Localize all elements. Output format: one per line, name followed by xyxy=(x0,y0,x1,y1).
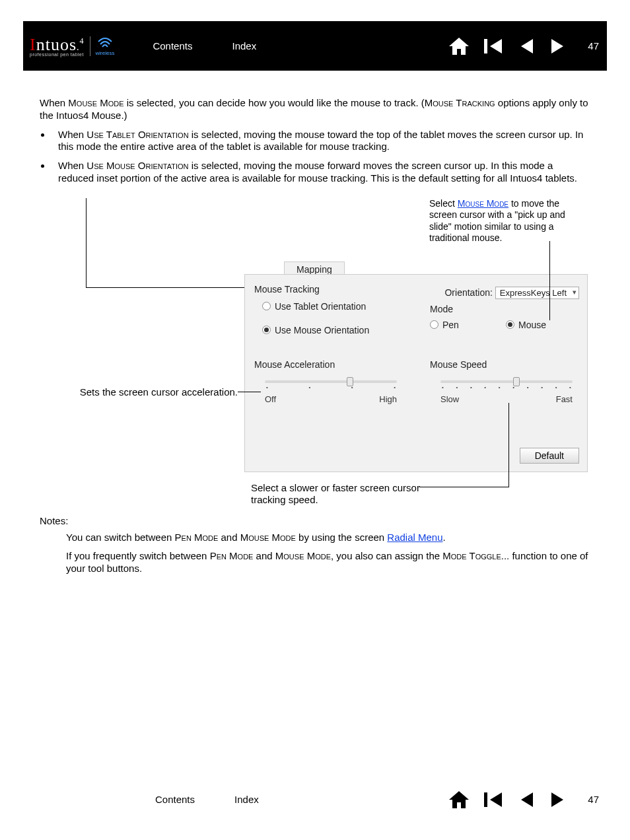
radio-pen-mode[interactable]: Pen xyxy=(430,320,459,330)
logo-subtitle: professional pen tablet xyxy=(30,52,85,57)
slider-acceleration[interactable] xyxy=(265,380,397,383)
page-number: 47 xyxy=(588,40,599,52)
group-mouse-acceleration: Mouse Acceleration xyxy=(254,359,335,370)
link-radial-menu[interactable]: Radial Menu xyxy=(387,532,442,543)
prev-page-icon[interactable] xyxy=(516,790,536,810)
svg-rect-0 xyxy=(484,39,487,53)
page-number-footer: 47 xyxy=(588,794,599,805)
page-content: When Mouse Mode is selected, you can dec… xyxy=(0,71,630,588)
wifi-icon xyxy=(96,36,114,50)
callout-mouse-mode: Select Mouse Mode to move the screen cur… xyxy=(429,198,588,244)
prev-page-icon[interactable] xyxy=(516,36,536,56)
nav-icons: 47 xyxy=(448,36,599,56)
group-mouse-speed: Mouse Speed xyxy=(430,359,487,370)
header-bar: Intuos.4 professional pen tablet wireles… xyxy=(23,21,607,71)
orientation-label: Orientation: xyxy=(444,287,492,298)
nav-contents-footer[interactable]: Contents xyxy=(155,794,195,805)
bullet-tablet-orientation: When Use Tablet Orientation is selected,… xyxy=(52,129,590,154)
callout-speed: Select a slower or faster screen cursor … xyxy=(251,482,423,506)
group-mode: Mode xyxy=(430,304,453,314)
nav-index[interactable]: Index xyxy=(232,40,256,52)
first-page-icon[interactable] xyxy=(482,790,505,810)
slider-speed[interactable] xyxy=(440,380,573,383)
svg-rect-1 xyxy=(484,792,487,807)
nav-index-footer[interactable]: Index xyxy=(234,794,259,805)
note-radial-menu: You can switch between Pen Mode and Mous… xyxy=(66,532,590,544)
home-icon[interactable] xyxy=(448,36,470,56)
orientation-dropdown[interactable]: ExpressKeys Left xyxy=(495,287,579,299)
nav-contents[interactable]: Contents xyxy=(153,40,192,52)
first-page-icon[interactable] xyxy=(482,36,505,56)
default-button[interactable]: Default xyxy=(520,448,579,464)
home-icon[interactable] xyxy=(448,790,470,810)
next-page-icon[interactable] xyxy=(548,36,568,56)
radio-mouse-mode[interactable]: Mouse xyxy=(506,320,546,330)
radio-use-mouse-orientation[interactable]: Use Mouse Orientation xyxy=(262,325,369,335)
notes-heading: Notes: xyxy=(40,515,590,526)
mapping-panel: Mouse Tracking Use Tablet Orientation Us… xyxy=(244,274,588,472)
note-mode-toggle: If you frequently switch between Pen Mod… xyxy=(66,550,590,575)
wireless-badge: wireless xyxy=(90,36,120,56)
group-mouse-tracking: Mouse Tracking xyxy=(254,284,320,295)
intro-paragraph: When Mouse Mode is selected, you can dec… xyxy=(40,97,590,122)
mapping-diagram: Select Mouse Mode to move the screen cur… xyxy=(40,198,590,508)
logo: Intuos.4 professional pen tablet wireles… xyxy=(23,35,126,57)
link-mouse-mode[interactable]: Mouse Mode xyxy=(458,198,508,209)
logo-text: Intuos.4 xyxy=(30,35,85,54)
footer-bar: Contents Index 47 xyxy=(23,780,607,820)
next-page-icon[interactable] xyxy=(548,790,568,810)
callout-acceleration: Sets the screen cursor acceleration. xyxy=(40,386,238,398)
bullet-mouse-orientation: When Use Mouse Orientation is selected, … xyxy=(52,160,590,185)
radio-use-tablet-orientation[interactable]: Use Tablet Orientation xyxy=(262,301,366,312)
